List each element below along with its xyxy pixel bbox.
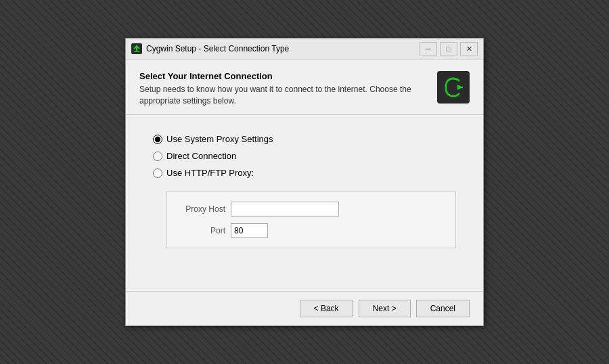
header-description: Setup needs to know how you want it to c… [139, 84, 429, 107]
direct-connection-label: Direct Connection [166, 151, 236, 161]
header-title: Select Your Internet Connection [139, 71, 429, 81]
window-title: Cygwin Setup - Select Connection Type [146, 44, 420, 53]
window-controls: ─ □ ✕ [420, 42, 478, 55]
footer-section: < Back Next > Cancel [126, 291, 483, 325]
header-section: Select Your Internet Connection Setup ne… [126, 60, 483, 116]
proxy-host-label: Proxy Host [178, 204, 225, 214]
title-bar: Cygwin Setup - Select Connection Type ─ … [126, 39, 483, 60]
back-button[interactable]: < Back [300, 300, 353, 317]
http-ftp-proxy-label: Use HTTP/FTP Proxy: [166, 168, 254, 178]
main-section: Use System Proxy Settings Direct Connect… [126, 115, 483, 291]
close-button[interactable]: ✕ [460, 42, 478, 55]
app-icon [131, 43, 142, 54]
system-proxy-label: Use System Proxy Settings [166, 134, 273, 144]
cancel-button[interactable]: Cancel [416, 300, 470, 317]
proxy-port-row: Port [178, 223, 445, 238]
next-button[interactable]: Next > [359, 300, 411, 317]
proxy-host-row: Proxy Host [178, 202, 445, 217]
option-direct-connection[interactable]: Direct Connection [153, 151, 456, 161]
cygwin-logo [437, 71, 470, 104]
minimize-button[interactable]: ─ [420, 42, 437, 55]
svg-rect-1 [437, 71, 470, 104]
option-system-proxy[interactable]: Use System Proxy Settings [153, 134, 456, 144]
radio-system-proxy[interactable] [153, 135, 162, 144]
radio-direct-connection[interactable] [153, 152, 162, 161]
proxy-port-input[interactable] [231, 223, 268, 238]
main-window: Cygwin Setup - Select Connection Type ─ … [125, 38, 484, 327]
content-area: Select Your Internet Connection Setup ne… [126, 60, 483, 326]
proxy-host-input[interactable] [231, 202, 339, 217]
proxy-fields-section: Proxy Host Port [166, 191, 456, 248]
radio-group: Use System Proxy Settings Direct Connect… [153, 134, 456, 178]
option-http-ftp-proxy[interactable]: Use HTTP/FTP Proxy: [153, 168, 456, 178]
header-text: Select Your Internet Connection Setup ne… [139, 71, 429, 107]
radio-http-ftp-proxy[interactable] [153, 168, 162, 178]
maximize-button[interactable]: □ [440, 42, 457, 55]
proxy-port-label: Port [178, 226, 225, 235]
